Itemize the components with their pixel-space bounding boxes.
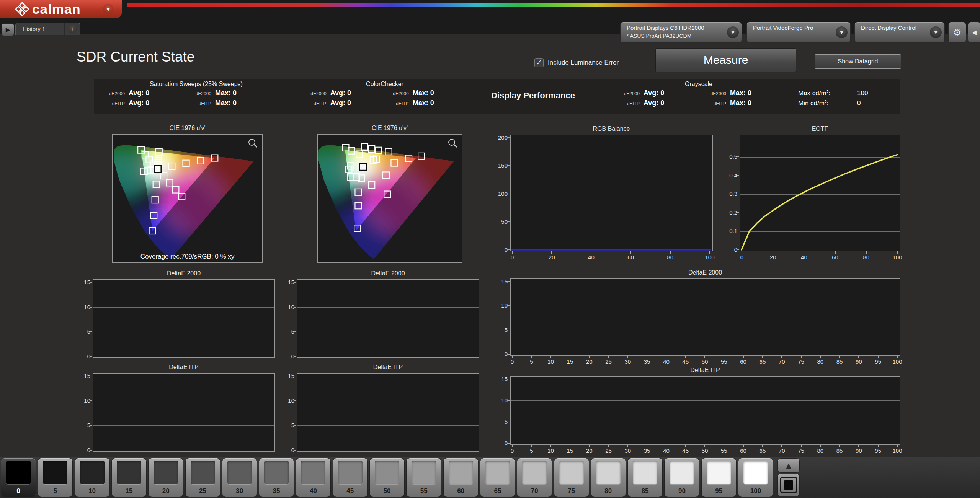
chevron-down-icon[interactable]: ▼	[930, 26, 942, 38]
gray-patch-20[interactable]: 20	[149, 458, 183, 497]
metric-label: dE2000	[614, 91, 644, 96]
y-tick-mark	[507, 330, 510, 330]
x-tick-label: 70	[773, 358, 790, 365]
collapse-panel-button[interactable]: ◀	[968, 22, 980, 43]
gray-patch-40[interactable]: 40	[296, 458, 330, 497]
gray-patch-95[interactable]: 95	[702, 458, 736, 497]
gray-patch-45[interactable]: 45	[333, 458, 368, 497]
chevron-down-icon[interactable]: ▼	[727, 26, 739, 38]
metric-label: dEITP	[701, 101, 730, 106]
measure-button[interactable]: Measure	[655, 48, 796, 72]
chart-title: CIE 1976 u'v'	[317, 125, 462, 132]
source-dropdown[interactable]: Portrait VideoForge Pro ▼	[746, 22, 851, 43]
patch-label: 80	[591, 487, 626, 495]
pattern-up-button[interactable]: ▲	[778, 459, 799, 472]
zoom-icon[interactable]	[449, 139, 457, 147]
y-tick-label: 0	[490, 246, 508, 253]
gray-patch-80[interactable]: 80	[591, 458, 626, 497]
y-tick-mark	[294, 282, 296, 283]
x-tick-label: 0	[733, 254, 750, 260]
gray-patch-85[interactable]: 85	[628, 458, 662, 497]
metric-value: Max: 0	[413, 99, 467, 107]
stats-saturation-sweeps: Saturation Sweeps (25% Sweeps)dE2000Avg:…	[100, 81, 293, 109]
gray-swatch	[743, 461, 768, 484]
gray-patch-10[interactable]: 10	[75, 458, 109, 497]
x-tick-label: 80	[812, 448, 829, 454]
meter-name: Portrait Displays C6 HDR2000	[627, 24, 704, 31]
gray-patch-0[interactable]: 0	[1, 458, 36, 497]
x-tick-label: 50	[696, 448, 713, 454]
x-tick-mark	[685, 356, 686, 358]
deltae-itp-chart	[297, 373, 479, 452]
y-tick-mark	[737, 249, 739, 250]
x-tick-label: 40	[658, 448, 675, 454]
x-tick-label: 90	[850, 358, 867, 365]
x-tick-label: 60	[735, 358, 752, 365]
stats-section-title: Saturation Sweeps (25% Sweeps)	[100, 81, 293, 89]
stats-row: dEITPAvg: 0dEITPMax: 0Min cd/m²:0	[614, 99, 898, 109]
gray-patch-90[interactable]: 90	[665, 458, 699, 497]
meter-dropdown[interactable]: Portrait Displays C6 HDR2000 * ASUS ProA…	[620, 22, 742, 43]
gray-patch-75[interactable]: 75	[554, 458, 589, 497]
calman-logo-menu[interactable]: calman ▼	[0, 0, 122, 18]
y-tick-mark	[90, 450, 92, 451]
y-tick-label: 15	[490, 278, 508, 285]
include-luminance-checkbox[interactable]: ✓ Include Luminance Error	[534, 58, 619, 67]
chevron-down-icon[interactable]: ▼	[836, 26, 848, 38]
x-tick-mark	[743, 356, 744, 358]
gray-swatch	[522, 461, 547, 484]
gray-patch-55[interactable]: 55	[407, 458, 441, 497]
metric-label: dE2000	[186, 91, 215, 96]
metric-value: Max: 0	[215, 89, 273, 97]
cie-chart[interactable]	[317, 134, 462, 263]
metric-value: Max: 0	[730, 89, 787, 97]
x-tick-label: 100	[701, 254, 718, 260]
x-tick-mark	[512, 445, 513, 447]
add-tab-button[interactable]: +	[65, 25, 80, 33]
x-tick-label: 30	[619, 358, 636, 365]
gray-patch-60[interactable]: 60	[444, 458, 478, 497]
show-datagrid-button[interactable]: Show Datagrid	[815, 54, 901, 69]
patch-label: 75	[554, 487, 589, 495]
tab-scroll-button[interactable]: ▶	[2, 23, 14, 36]
display-control-dropdown[interactable]: Direct Display Control ▼	[854, 22, 945, 43]
x-tick-mark	[858, 445, 859, 447]
gray-patch-15[interactable]: 15	[112, 458, 146, 497]
gray-patch-50[interactable]: 50	[370, 458, 404, 497]
chart-title: DeltaE 2000	[297, 270, 479, 278]
x-tick-label: 85	[831, 448, 848, 454]
x-tick-label: 70	[773, 448, 790, 454]
patch-label: 10	[75, 487, 109, 495]
x-tick-mark	[531, 356, 532, 358]
y-tick-label: 10	[277, 397, 294, 404]
patch-label: 25	[186, 487, 220, 495]
chart-title: RGB Balance	[510, 125, 713, 133]
metric-value: Avg: 0	[330, 89, 385, 97]
gray-patch-70[interactable]: 70	[517, 458, 552, 497]
x-tick-label: 15	[562, 448, 578, 454]
x-tick-label: 60	[735, 448, 752, 454]
gray-patch-25[interactable]: 25	[186, 458, 220, 497]
y-tick-label: 0.1	[720, 228, 737, 234]
y-tick-label: 15	[73, 373, 90, 379]
eotf-chart	[740, 135, 900, 251]
checkbox-check-icon[interactable]: ✓	[534, 58, 544, 67]
gray-patch-5[interactable]: 5	[38, 458, 72, 497]
x-tick-label: 0	[504, 254, 521, 260]
gray-patch-65[interactable]: 65	[480, 458, 515, 497]
gray-patch-100[interactable]: 100	[738, 458, 773, 497]
gray-swatch	[375, 461, 399, 484]
y-tick-label: 0.4	[720, 172, 737, 179]
window-pattern-button[interactable]	[778, 474, 799, 496]
gray-patch-35[interactable]: 35	[259, 458, 294, 497]
settings-button[interactable]: ⚙	[948, 22, 966, 43]
y-tick-label: 5	[490, 418, 508, 425]
y-tick-mark	[737, 156, 739, 157]
cie-chart[interactable]: Coverage rec.709/sRGB: 0 % xy	[112, 134, 263, 263]
gray-swatch	[412, 461, 436, 484]
y-tick-mark	[90, 425, 92, 426]
chevron-down-icon[interactable]: ▼	[103, 4, 113, 14]
gray-patch-30[interactable]: 30	[222, 458, 257, 497]
tab-history-1[interactable]: History 1 +	[15, 23, 80, 35]
zoom-icon[interactable]	[249, 139, 257, 147]
